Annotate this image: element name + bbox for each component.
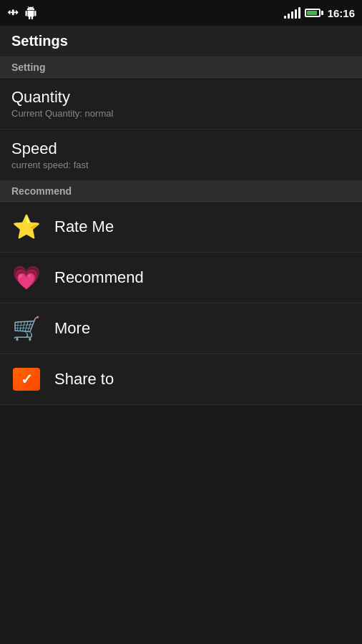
page-title: Settings: [11, 33, 68, 49]
menu-item-more[interactable]: 🛒 More: [0, 303, 362, 354]
share-icon: [11, 364, 41, 394]
battery-icon: [305, 9, 323, 17]
speed-title: Speed: [11, 140, 351, 158]
section-header-setting: Setting: [0, 57, 362, 78]
share-to-label: Share to: [54, 370, 114, 389]
cart-icon: 🛒: [11, 313, 41, 343]
menu-item-share-to[interactable]: Share to: [0, 354, 362, 405]
menu-item-rate-me[interactable]: ⭐ Rate Me: [0, 202, 362, 253]
heart-icon: 💗: [11, 263, 41, 293]
status-time: 16:16: [328, 7, 355, 19]
rate-me-label: Rate Me: [54, 218, 114, 236]
more-label: More: [54, 319, 90, 338]
star-icon: ⭐: [11, 212, 41, 242]
section-header-recommend: Recommend: [0, 181, 362, 202]
speed-subtitle: current speed: fast: [11, 160, 351, 170]
quantity-title: Quantity: [11, 88, 351, 107]
status-bar: 16:16: [0, 0, 362, 26]
settings-item-quantity[interactable]: Quantity Current Quantity: normal: [0, 78, 362, 130]
quantity-subtitle: Current Quantity: normal: [11, 108, 351, 119]
signal-icon: [284, 7, 300, 19]
status-bar-left-icons: [7, 6, 37, 19]
settings-item-speed[interactable]: Speed current speed: fast: [0, 130, 362, 181]
usb-icon: [7, 6, 20, 19]
status-bar-right-icons: 16:16: [284, 7, 355, 19]
recommend-label: Recommend: [54, 268, 144, 287]
menu-item-recommend[interactable]: 💗 Recommend: [0, 253, 362, 303]
android-icon: [24, 6, 37, 19]
title-bar: Settings: [0, 26, 362, 57]
